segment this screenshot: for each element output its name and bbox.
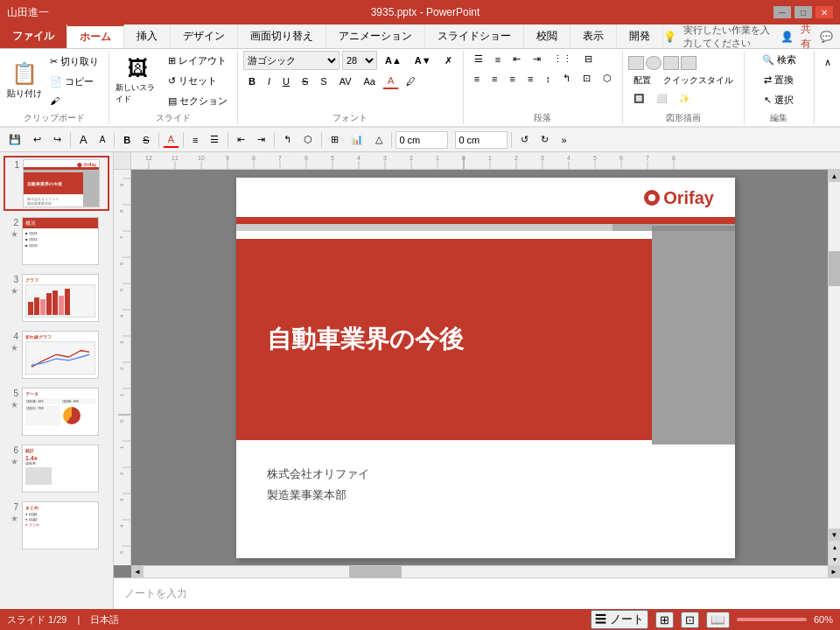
italic-button[interactable]: I xyxy=(262,74,276,89)
tab-animations[interactable]: アニメーション xyxy=(326,24,425,48)
font-size-inc-button[interactable]: A xyxy=(94,132,111,147)
shadow-button[interactable]: S xyxy=(315,74,332,89)
tab-slideshow[interactable]: スライドショー xyxy=(425,24,524,48)
minimize-button[interactable]: ─ xyxy=(774,6,791,18)
slide-red-area[interactable]: 自動車業界の今後 xyxy=(236,239,652,440)
replace-button[interactable]: ⇄ 置換 xyxy=(760,71,798,89)
redo-button[interactable]: ↪ xyxy=(48,131,66,148)
text-align-button[interactable]: ⊡ xyxy=(578,70,596,87)
col-width-input[interactable] xyxy=(396,131,448,149)
grid-view-button[interactable]: ⊞ xyxy=(655,612,674,628)
font-size-dec-button[interactable]: A xyxy=(74,130,93,149)
indent-dec-button[interactable]: ⇤ xyxy=(508,51,526,67)
decrease-font-button[interactable]: A▼ xyxy=(410,52,437,68)
clear-format-button[interactable]: ✗ xyxy=(439,52,458,69)
scroll-prev-section[interactable]: ▴ xyxy=(829,541,840,553)
arrange-button[interactable]: 配置 xyxy=(628,72,656,89)
zoom-slider[interactable] xyxy=(737,618,807,621)
text-direction-button[interactable]: ↰ xyxy=(557,70,576,87)
justify-button[interactable]: ≡ xyxy=(522,70,538,87)
new-slide-button[interactable]: 🖼 新しいスライド xyxy=(115,55,162,106)
select-button[interactable]: ↖ 選択 xyxy=(760,91,798,109)
shape-line[interactable] xyxy=(663,56,679,70)
scroll-thumb[interactable] xyxy=(829,251,840,286)
smart-art-button[interactable]: ⊟ xyxy=(579,51,598,67)
align-center-button[interactable]: ≡ xyxy=(486,70,502,87)
shape-arrow[interactable] xyxy=(681,56,696,70)
align-right-button[interactable]: ≡ xyxy=(505,70,521,87)
share-label[interactable]: 共有 xyxy=(801,22,813,52)
format-painter-button[interactable]: 🖌 xyxy=(46,93,103,108)
increase-indent-fmt-button[interactable]: ⇥ xyxy=(252,131,270,148)
font-color-fmt-button[interactable]: A xyxy=(163,131,179,148)
bullet-button[interactable]: ☰ xyxy=(469,51,488,67)
tab-file[interactable]: ファイル xyxy=(0,24,67,48)
tab-design[interactable]: デザイン xyxy=(171,24,238,48)
undo-button[interactable]: ↩ xyxy=(28,131,46,148)
line-spacing-button[interactable]: ↕ xyxy=(540,70,556,87)
slide-canvas[interactable]: Orifay 自動車業界の今後 xyxy=(236,178,735,558)
find-button[interactable]: 🔍 検索 xyxy=(758,51,801,69)
text-dir-fmt-button[interactable]: ↰ xyxy=(278,131,297,148)
slide-item-4[interactable]: 4 ★ 折れ線グラフ xyxy=(4,328,109,382)
row-height-input[interactable] xyxy=(455,131,508,149)
slide-item-5[interactable]: 5 ★ データ 項目A: 123 項目B: 456 項目C: 789 xyxy=(4,385,109,438)
slide-item-2[interactable]: 2 ★ 概況 ■ 項目1 ■ 項目2 ■ 項目3 xyxy=(4,214,109,268)
shape-effects-button[interactable]: ✨ xyxy=(674,91,695,106)
tab-developer[interactable]: 開発 xyxy=(617,24,663,48)
notes-area[interactable]: ノートを入力 xyxy=(114,578,840,609)
align-fmt-button[interactable]: ≡ xyxy=(187,132,203,148)
reset-button[interactable]: ↺ リセット xyxy=(164,72,232,90)
collapse-ribbon-button[interactable]: ∧ xyxy=(819,54,836,71)
shape-rect[interactable] xyxy=(628,56,644,70)
convert-to-smartart-button[interactable]: ⬡ xyxy=(598,70,617,87)
font-family-select[interactable]: 游ゴシック xyxy=(243,51,340,70)
tab-view[interactable]: 表示 xyxy=(570,24,617,48)
increase-font-button[interactable]: A▲ xyxy=(380,52,407,68)
slide-item-7[interactable]: 7 ★ まとめ ● 結論1 ● 結論2 ● まとめ xyxy=(4,499,109,552)
tab-review[interactable]: 校閲 xyxy=(524,24,570,48)
close-button[interactable]: ✕ xyxy=(816,6,833,18)
copy-button[interactable]: 📄 コピー xyxy=(46,73,103,91)
strikethrough-button[interactable]: S xyxy=(297,74,313,89)
maximize-button[interactable]: □ xyxy=(794,6,812,18)
shape-fill-button[interactable]: 🔲 xyxy=(628,91,649,106)
strikethrough-fmt-button[interactable]: S xyxy=(137,132,154,148)
chart-fmt-button[interactable]: 📊 xyxy=(346,131,368,148)
rotate-right-button[interactable]: ↻ xyxy=(536,131,554,148)
table-fmt-button[interactable]: ⊞ xyxy=(326,131,344,148)
font-color-button[interactable]: A xyxy=(382,73,399,89)
shape-outline-button[interactable]: ⬜ xyxy=(651,91,672,106)
quick-style-button[interactable]: クイックスタイル xyxy=(658,72,738,89)
save-button[interactable]: 💾 xyxy=(4,131,26,148)
h-scroll-thumb[interactable] xyxy=(349,566,402,578)
shapes-fmt-button[interactable]: △ xyxy=(370,131,388,148)
vertical-scrollbar[interactable]: ▲ ▼ ▴ ▾ xyxy=(828,170,840,565)
align-left-button[interactable]: ≡ xyxy=(469,70,485,87)
scroll-left-button[interactable]: ◄ xyxy=(131,566,144,578)
shape-oval[interactable] xyxy=(646,56,662,70)
font-size-select[interactable]: 28 xyxy=(342,51,377,70)
comment-icon[interactable]: 💬 xyxy=(820,31,833,43)
indent-inc-button[interactable]: ⇥ xyxy=(528,51,546,67)
rotate-left-button[interactable]: ↺ xyxy=(515,131,534,148)
scroll-down-button[interactable]: ▼ xyxy=(829,528,840,541)
slide-item-6[interactable]: 6 ★ 統計 1.4x 成長率 xyxy=(4,442,109,495)
slide-item-3[interactable]: 3 ★ グラフ xyxy=(4,271,109,325)
slide-item-1[interactable]: 1 ⬤ Orifay 自動車業界の今後 株式会社オリファイ 製造業事業本部 xyxy=(4,156,109,211)
section-button[interactable]: ▤ セクション xyxy=(164,92,232,110)
numbering-button[interactable]: ≡ xyxy=(490,51,506,67)
paste-button[interactable]: 📋 貼り付け xyxy=(5,55,44,106)
char-spacing-button[interactable]: AV xyxy=(334,74,357,89)
layout-button[interactable]: ⊞ レイアウト xyxy=(164,52,232,70)
more-tools-button[interactable]: » xyxy=(556,132,571,148)
tab-transitions[interactable]: 画面切り替え xyxy=(238,24,326,48)
decrease-indent-fmt-button[interactable]: ⇤ xyxy=(232,131,250,148)
convert-smartart-fmt-button[interactable]: ⬡ xyxy=(298,131,318,148)
bullet-fmt-button[interactable]: ☰ xyxy=(205,131,224,148)
case-button[interactable]: Aa xyxy=(359,74,381,89)
tab-insert[interactable]: 挿入 xyxy=(124,24,171,48)
reading-view-button[interactable]: 📖 xyxy=(706,612,730,628)
scroll-up-button[interactable]: ▲ xyxy=(829,170,840,182)
scroll-right-button[interactable]: ► xyxy=(828,566,840,578)
